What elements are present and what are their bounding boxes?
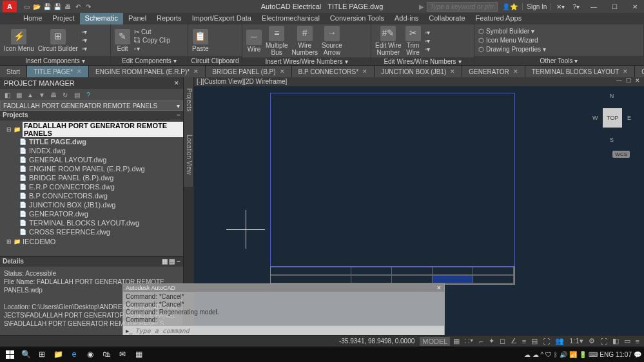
status-otrack-icon[interactable]: ∠ <box>509 337 519 345</box>
tree-item[interactable]: 📄INDEX.dwg <box>6 146 183 155</box>
doctab-close-icon[interactable]: ✕ <box>362 68 367 75</box>
status-trans-icon[interactable]: ▤ <box>529 337 540 345</box>
canvas-max-icon[interactable]: ☐ <box>625 77 632 84</box>
icon-menu-button[interactable]: ⚡Icon Menu <box>4 29 34 52</box>
qat-new-icon[interactable]: ▭ <box>22 2 31 11</box>
drawing-props-button[interactable]: ⬡ Drawing Properties ▾ <box>478 46 546 53</box>
pm-tb-filter-icon[interactable]: ▤ <box>72 90 81 99</box>
wire-button[interactable]: ─Wire <box>246 30 262 53</box>
pm-project-combo[interactable]: FADLALLAH PORT GENERATOR REMOTE PANELS▾ <box>0 100 183 111</box>
panel-insert-wires[interactable]: Insert Wires/Wire Numbers ▾ <box>242 57 371 65</box>
tree-item[interactable]: 📄TERMINAL BLOCKS LAYOUT.dwg <box>6 218 183 227</box>
tray-notif-icon[interactable]: 💬 <box>634 351 641 358</box>
help-icon[interactable]: ?▾ <box>570 3 582 10</box>
status-model[interactable]: MODEL <box>420 337 450 346</box>
close-button[interactable]: ✕ <box>626 1 644 12</box>
cmd-close-icon[interactable]: ✕ <box>436 285 442 291</box>
tb-app-icon[interactable]: ▦ <box>132 348 146 361</box>
wcs-badge[interactable]: WCS <box>612 151 630 158</box>
wire-numbers-button[interactable]: #Wire Numbers <box>291 26 318 56</box>
pm-close-icon[interactable]: ✕ <box>174 80 179 86</box>
tree-item[interactable]: 📄B.P CONNECTORS.dwg <box>6 191 183 200</box>
tree-item[interactable]: 📄GENERAL LAYOUT.dwg <box>6 155 183 164</box>
status-lwt-icon[interactable]: ≡ <box>520 338 528 345</box>
tree-expand-icon[interactable]: ⊟ <box>6 126 12 133</box>
tray-vol-icon[interactable]: 🔊 <box>560 351 567 358</box>
tray-onedrive-icon[interactable]: ☁ <box>532 351 539 358</box>
tray-wifi-icon[interactable]: 📶 <box>569 351 577 358</box>
maximize-button[interactable]: ☐ <box>605 1 623 12</box>
status-ortho-icon[interactable]: ⌐ <box>477 338 485 345</box>
doctab-close-icon[interactable]: ✕ <box>450 68 455 75</box>
minimize-button[interactable]: — <box>585 1 603 12</box>
tree-item[interactable]: 📄BRIDGE PANEL (B.P).dwg <box>6 173 183 182</box>
pm-det-btn2[interactable]: ▤ <box>169 258 175 265</box>
tab-location-view[interactable]: Location View <box>184 122 194 187</box>
infocenter-icon[interactable]: 👤⭐ <box>500 3 520 10</box>
pm-tb-refresh-icon[interactable]: ↻ <box>61 90 70 99</box>
edit-wires-sm2[interactable]: ▫▾ <box>425 37 431 44</box>
doctab[interactable]: TERMINAL BLOCKS LAYOUT✕ <box>525 66 636 77</box>
menutab-conversion-tools[interactable]: Conversion Tools <box>325 13 389 24</box>
menutab-home[interactable]: Home <box>18 13 47 24</box>
pm-tb-print-icon[interactable]: 🖶 <box>49 90 58 99</box>
tree-root[interactable]: FADLALLAH PORT GENERATOR REMOTE PANELS <box>23 122 183 137</box>
menutab-add-ins[interactable]: Add-ins <box>389 13 424 24</box>
qat-undo-icon[interactable]: ↶ <box>73 2 83 11</box>
status-max-icon[interactable]: ⛶ <box>598 338 609 345</box>
pm-tb-up-icon[interactable]: ▲ <box>26 90 35 99</box>
pm-collapse-icon[interactable]: − <box>177 111 181 120</box>
tb-store-icon[interactable]: 🛍 <box>99 348 113 361</box>
pm-tb-open-icon[interactable]: ▦ <box>14 90 23 99</box>
tb-edge-icon[interactable]: e <box>67 348 81 361</box>
doctab[interactable]: BRIDGE PANEL (B.P)✕ <box>206 66 291 77</box>
tree-item[interactable]: 📄JUNCTION BOX (JB1).dwg <box>6 200 183 209</box>
command-input[interactable] <box>135 327 442 334</box>
tray-up-icon[interactable]: ^ <box>541 351 544 358</box>
canvas-min-icon[interactable]: — <box>615 77 623 84</box>
pm-det-btn1[interactable]: ▦ <box>162 258 168 265</box>
tab-projects[interactable]: Projects <box>184 77 194 122</box>
edit-wires-sm3[interactable]: ▫▾ <box>425 46 431 53</box>
panel-insert-components[interactable]: Insert Components ▾ <box>0 56 110 65</box>
status-grid-icon[interactable]: ▦ <box>451 337 462 345</box>
menutab-reports[interactable]: Reports <box>151 13 187 24</box>
qat-redo-icon[interactable]: ↷ <box>84 2 93 11</box>
qat-save-icon[interactable]: 💾 <box>43 2 52 11</box>
cut-button[interactable]: ✂ Cut <box>134 28 170 35</box>
pm-det-collapse[interactable]: − <box>177 258 181 265</box>
edit-button[interactable]: ✎Edit <box>115 29 130 52</box>
menutab-electromechanical[interactable]: Electromechanical <box>257 13 325 24</box>
status-osnap-icon[interactable]: ◻ <box>498 337 507 345</box>
edit-wire-num-button[interactable]: #✎Edit Wire Number <box>375 26 402 56</box>
menutab-collaborate[interactable]: Collaborate <box>424 13 470 24</box>
menutab-import-export-data[interactable]: Import/Export Data <box>187 13 257 24</box>
status-custom-icon[interactable]: ≡ <box>634 338 641 345</box>
tb-taskview-icon[interactable]: ⊞ <box>35 348 49 361</box>
doctab[interactable]: Start <box>0 66 27 77</box>
viewcube[interactable]: N W TOP E S <box>592 93 631 144</box>
status-snap-icon[interactable]: ⸬▾ <box>463 337 476 345</box>
insert-comp-small-3[interactable]: ▫▾ <box>82 45 88 52</box>
panel-edit-wires[interactable]: Edit Wires/Wire Numbers ▾ <box>371 57 474 65</box>
tray-kbd-icon[interactable]: ⌨ <box>589 351 598 358</box>
menutab-featured-apps[interactable]: Featured Apps <box>471 13 527 24</box>
tb-search-icon[interactable]: 🔍 <box>19 348 33 361</box>
pm-tb-down-icon[interactable]: ▼ <box>37 90 46 99</box>
icon-menu-wizard-button[interactable]: ⬡ Icon Menu Wizard <box>478 37 546 44</box>
tray-cloud-icon[interactable]: ☁ <box>524 351 531 358</box>
panel-other-tools[interactable]: Other Tools ▾ <box>474 56 643 65</box>
menutab-panel[interactable]: Panel <box>123 13 151 24</box>
tray-shield-icon[interactable]: 🛡 <box>545 351 552 358</box>
doctab[interactable]: B.P CONNECTORS*✕ <box>292 66 375 77</box>
tree-item[interactable]: 📄ENGINE ROOM PANEL (E.R.P).dwg <box>6 164 183 173</box>
tb-mail-icon[interactable]: ✉ <box>115 348 130 361</box>
tb-explorer-icon[interactable]: 📁 <box>51 348 65 361</box>
menutab-schematic[interactable]: Schematic <box>80 13 123 24</box>
tb-chrome-icon[interactable]: ◉ <box>83 348 97 361</box>
tree-item[interactable]: 📄TITLE PAGE.dwg <box>6 137 183 146</box>
status-polar-icon[interactable]: ✦ <box>487 337 496 345</box>
tree-item[interactable]: 📄E.R.P CONNECTORS.dwg <box>6 182 183 191</box>
status-clean-icon[interactable]: ▭ <box>622 337 632 345</box>
status-iso-icon[interactable]: ◧ <box>610 337 621 345</box>
